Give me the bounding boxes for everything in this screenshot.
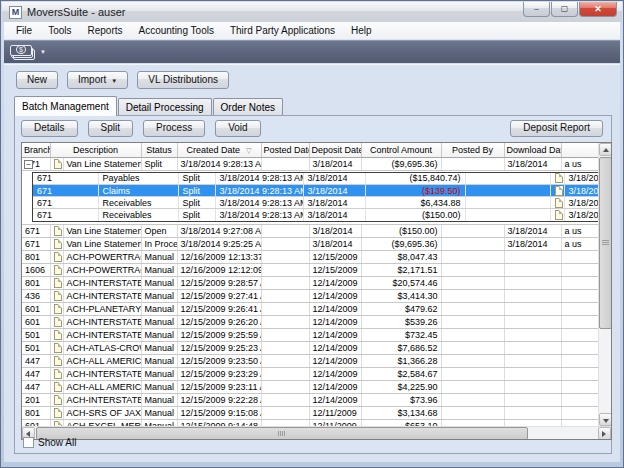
maximize-button[interactable]: ▢ [551,2,578,17]
cell-description: Payables [98,173,178,185]
menu-item-help[interactable]: Help [343,23,380,38]
cell-posted-by [441,237,504,250]
menu-item-file[interactable]: File [8,23,40,38]
table-row[interactable]: 801ACH-INTERSTATE-TIManual12/15/2009 9:2… [22,276,598,289]
col-header-posted-date[interactable]: Posted Date [261,143,309,157]
deposit-money-icon[interactable]: $ [10,45,36,60]
cell-status: Manual [141,250,177,263]
cell-posted-by [465,185,550,197]
table-row[interactable]: 671PayablesSplit3/18/2014 9:28:13 AM3/18… [33,173,598,185]
table-row[interactable]: 671ReceivablesSplit3/18/2014 9:28:13 AM3… [33,197,598,209]
col-header-created-date[interactable]: Created Date▽ [177,143,261,157]
document-icon [54,278,62,288]
menu-item-reports[interactable]: Reports [79,23,130,38]
collapse-expander-icon[interactable]: − [24,160,33,169]
vertical-scrollbar[interactable] [598,143,611,426]
cell-doc [50,406,63,419]
void-button[interactable]: Void [215,120,260,137]
cell-user: a us [561,237,598,250]
table-row[interactable]: 671Van Line StatementIn Process3/18/2014… [22,237,598,250]
table-row[interactable]: 201ACH-INTERSTATE-MManual12/15/2009 9:22… [22,393,598,406]
tab-batch-management[interactable]: Batch Management [14,96,117,116]
document-icon [54,252,62,262]
show-all-checkbox[interactable] [23,437,34,448]
document-icon [54,356,62,366]
table-row[interactable]: 801ACH-POWERTRACKManual12/16/2009 12:13:… [22,250,598,263]
close-button[interactable]: ✕ [579,2,617,17]
cell-download-date [504,328,561,341]
cell-description: ACH-ALL AMERICAN [63,354,141,367]
cell-created-date: 3/18/2014 9:28:13 AM [215,173,303,185]
menu-item-third-party-applications[interactable]: Third Party Applications [222,23,343,38]
cell-status: Manual [141,354,177,367]
toolbar-dropdown-icon[interactable]: ▼ [40,49,46,55]
table-row[interactable]: 1606ACH-POWERTRACKManual12/16/2009 12:12… [22,263,598,276]
col-header-control-amount[interactable]: Control Amount [361,143,441,157]
cell-user [561,302,598,315]
table-row[interactable]: 447ACH-ALL AMERICANManual12/15/2009 9:23… [22,354,598,367]
split-button[interactable]: Split [88,120,133,137]
cell-posted-by [441,354,504,367]
cell-status: Split [141,157,177,170]
table-row[interactable]: 501ACH-INTERSTATE-CManual12/15/2009 9:25… [22,328,598,341]
cell-deposit-date: 12/14/2009 [309,380,361,393]
cell-download-date [504,406,561,419]
col-header-posted-by[interactable]: Posted By [441,143,504,157]
cell-control-amount: ($150.00) [365,209,465,221]
menu-item-tools[interactable]: Tools [40,23,79,38]
cell-description: ACH-PLANETARY-ME [63,302,141,315]
cell-control-amount: $479.62 [361,302,441,315]
cell-download-date: 3/18/2014 [504,157,561,170]
deposit-report-button[interactable]: Deposit Report [510,120,603,137]
cell-created-date: 12/16/2009 12:12:09 PM [177,263,261,276]
table-row[interactable]: 671ClaimsSplit3/18/2014 9:28:13 AM3/18/2… [33,185,598,197]
table-row[interactable]: 501ACH-ATLAS-CROWNManual12/15/2009 9:25:… [22,341,598,354]
table-row[interactable]: −671Van Line StatementSplit3/18/2014 9:2… [22,157,598,170]
details-button[interactable]: Details [21,120,78,137]
table-row[interactable]: 671ReceivablesSplit3/18/2014 9:28:13 AM3… [33,209,598,221]
cell-user [561,406,598,419]
scroll-up-button[interactable] [599,143,612,156]
process-button[interactable]: Process [143,120,205,137]
vertical-scroll-thumb[interactable] [599,157,612,329]
tab-detail-processing[interactable]: Detail Processing [118,98,212,115]
col-header-download-date[interactable]: Download Date [504,143,561,157]
col-header-branch[interactable]: Branch [22,143,50,157]
cell-deposit-date: 3/18/2014 [309,237,361,250]
cell-branch: 671 [22,237,50,250]
cell-deposit-date: 3/18/2014 [303,173,365,185]
cell-user [561,354,598,367]
table-row[interactable]: 436ACH-INTERSTATE-PManual12/15/2009 9:27… [22,289,598,302]
cell-download-date: 3/18/2014 [504,237,561,250]
col-header-description[interactable]: Description [50,143,141,157]
table-row[interactable]: 447ACH-INTERSTATE-MManual12/15/2009 9:23… [22,367,598,380]
table-row[interactable]: 671Van Line StatementOpen3/18/2014 9:27:… [22,224,598,237]
col-header-status[interactable]: Status [141,143,177,157]
cell-branch: 447 [22,354,50,367]
table-row[interactable]: 801ACH-SRS OF JAX-TEManual12/15/2009 9:1… [22,406,598,419]
horizontal-scrollbar[interactable] [22,426,611,439]
new-button[interactable]: New [16,71,58,89]
scroll-right-button[interactable] [598,427,611,440]
vl-distributions-button[interactable]: VL Distributions [137,71,229,89]
title-bar[interactable]: M MoversSuite - auser – ▢ ✕ [2,2,622,22]
scroll-down-button[interactable] [599,413,612,426]
tab-order-notes[interactable]: Order Notes [213,98,283,115]
col-header-deposit-date[interactable]: Deposit Date [309,143,361,157]
cell-status: Manual [141,263,177,276]
minimize-button[interactable]: – [523,2,550,17]
cell-deposit-date: 3/18/2014 [303,209,365,221]
horizontal-scroll-thumb[interactable] [36,427,528,440]
document-icon [555,198,563,208]
cell-control-amount: ($9,695.36) [361,237,441,250]
cell-control-amount: ($150.00) [361,224,441,237]
table-row[interactable]: 447ACH-ALL AMERICANManual12/15/2009 9:23… [22,380,598,393]
import-button[interactable]: Import▼ [67,71,128,89]
cell-status: Manual [141,367,177,380]
table-row[interactable]: 601ACH-INTERSTATE-MManual12/15/2009 9:26… [22,315,598,328]
menu-item-accounting-tools[interactable]: Accounting Tools [131,23,222,38]
tab-strip: Batch ManagementDetail ProcessingOrder N… [14,96,284,115]
cell-description: ACH-ATLAS-CROWN [63,341,141,354]
table-row[interactable]: 601ACH-PLANETARY-MEManual12/15/2009 9:26… [22,302,598,315]
child-batch-group: 671PayablesSplit3/18/2014 9:28:13 AM3/18… [22,170,598,224]
